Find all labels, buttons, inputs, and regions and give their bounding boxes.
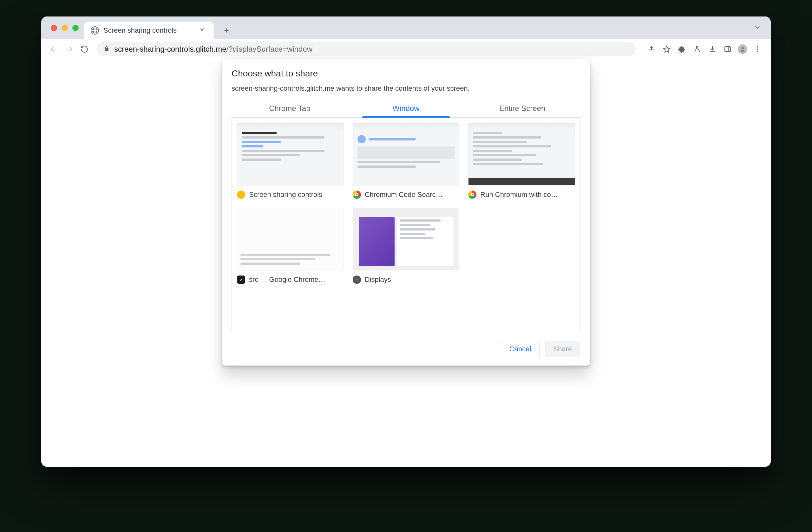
browser-tab-active[interactable]: Screen sharing controls xyxy=(84,21,214,39)
svg-point-5 xyxy=(757,48,758,50)
lock-icon xyxy=(103,45,110,53)
downloads-button[interactable] xyxy=(706,42,720,56)
share-page-button[interactable] xyxy=(644,42,658,56)
svg-point-6 xyxy=(757,51,758,52)
window-controls xyxy=(51,25,79,31)
reload-button[interactable] xyxy=(78,43,91,56)
back-button[interactable] xyxy=(47,43,60,56)
window-thumbnail xyxy=(237,123,344,186)
window-list-panel: Screen sharing controls xyxy=(232,118,580,333)
profile-button[interactable] xyxy=(738,44,747,54)
window-thumbnail xyxy=(468,123,575,186)
forward-button[interactable] xyxy=(63,43,75,56)
tab-window[interactable]: Window xyxy=(348,100,464,117)
cancel-button[interactable]: Cancel xyxy=(501,341,539,357)
browser-toolbar: screen-sharing-controls.glitch.me/?displ… xyxy=(41,39,771,59)
tabs: Screen sharing controls xyxy=(84,16,233,39)
share-surface-tabs: Chrome Tab Window Entire Screen xyxy=(232,100,580,118)
chrome-icon xyxy=(353,191,361,199)
chrome-canary-icon xyxy=(237,191,245,199)
globe-icon xyxy=(91,26,99,34)
tab-strip: Screen sharing controls xyxy=(41,16,771,39)
svg-point-4 xyxy=(757,46,758,47)
dialog-title: Choose what to share xyxy=(232,69,580,79)
window-zoom-button[interactable] xyxy=(72,25,79,31)
dialog-subtitle: screen-sharing-controls.glitch.me wants … xyxy=(232,84,580,92)
extensions-button[interactable] xyxy=(675,42,689,56)
window-minimize-button[interactable] xyxy=(61,25,68,31)
svg-rect-2 xyxy=(725,47,730,52)
url-path: /?displaySurface=window xyxy=(226,45,313,54)
tab-chrome-tab[interactable]: Chrome Tab xyxy=(232,100,348,117)
browser-window: Screen sharing controls xyxy=(41,16,771,467)
tab-title: Screen sharing controls xyxy=(103,26,193,34)
window-option-label: Run Chromium with co… xyxy=(480,191,558,199)
side-panel-button[interactable] xyxy=(721,42,735,56)
window-option-label: src — Google Chrome… xyxy=(249,276,325,284)
window-thumbnail xyxy=(353,208,460,270)
chrome-icon xyxy=(468,191,476,199)
window-close-button[interactable] xyxy=(51,25,57,31)
tab-close-button[interactable] xyxy=(197,26,207,35)
menu-button[interactable] xyxy=(751,42,765,56)
share-button[interactable]: Share xyxy=(545,341,580,357)
address-bar[interactable]: screen-sharing-controls.glitch.me/?displ… xyxy=(97,42,636,56)
window-option[interactable]: src — Google Chrome… xyxy=(237,208,344,284)
url-host: screen-sharing-controls.glitch.me xyxy=(114,45,226,54)
window-option-label: Chromium Code Searc… xyxy=(365,191,443,199)
labs-button[interactable] xyxy=(690,42,704,56)
window-thumbnail xyxy=(353,123,460,186)
svg-point-3 xyxy=(742,47,744,49)
system-settings-icon xyxy=(353,276,361,284)
window-option[interactable]: Displays xyxy=(353,208,460,284)
window-option[interactable]: Run Chromium with co… xyxy=(468,123,575,199)
tab-search-button[interactable] xyxy=(754,24,761,32)
bookmark-button[interactable] xyxy=(660,42,674,56)
url-text: screen-sharing-controls.glitch.me/?displ… xyxy=(114,45,313,54)
page-content: Choose what to share screen-sharing-cont… xyxy=(41,59,771,467)
terminal-icon xyxy=(237,276,245,284)
window-grid: Screen sharing controls xyxy=(237,123,575,284)
screen-share-dialog: Choose what to share screen-sharing-cont… xyxy=(222,59,590,366)
tab-entire-screen[interactable]: Entire Screen xyxy=(464,100,580,117)
window-option[interactable]: Screen sharing controls xyxy=(237,123,344,199)
window-option-label: Screen sharing controls xyxy=(249,191,322,199)
window-thumbnail xyxy=(237,208,344,270)
window-option[interactable]: Chromium Code Searc… xyxy=(353,123,460,199)
dialog-actions: Cancel Share xyxy=(232,341,580,357)
window-option-label: Displays xyxy=(365,276,391,284)
toolbar-actions xyxy=(644,42,765,56)
new-tab-button[interactable] xyxy=(219,24,233,38)
